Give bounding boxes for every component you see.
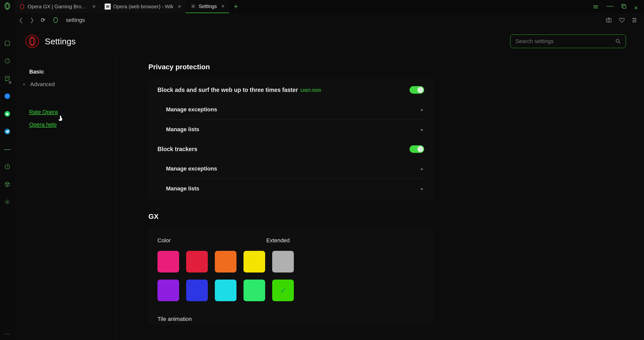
nav-basic[interactable]: Basic — [29, 65, 115, 78]
svg-point-9 — [192, 6, 194, 7]
twitch-icon[interactable]: 0 — [3, 75, 11, 83]
color-label: Color — [157, 237, 171, 244]
block-trackers-row: Block trackers — [148, 139, 433, 159]
svg-point-18 — [29, 37, 35, 46]
heart-icon[interactable] — [619, 17, 625, 23]
nav-advanced-label: Advanced — [30, 81, 55, 88]
tab-title: Settings — [199, 4, 217, 9]
gx-heading: GX — [148, 213, 644, 221]
nav-advanced[interactable]: ▾ Advanced — [29, 78, 115, 91]
tab-settings[interactable]: Settings × — [186, 0, 229, 13]
window-controls: — × — [587, 0, 644, 16]
chevron-down-icon: ▾ — [23, 82, 28, 86]
trackers-manage-lists[interactable]: Manage lists ▸ — [166, 179, 424, 198]
svg-point-1 — [6, 3, 9, 9]
chevron-right-icon: ▸ — [421, 107, 424, 112]
block-ads-row: Block ads and surf the web up to three t… — [148, 80, 433, 100]
page-header: Settings — [15, 27, 644, 55]
site-identity-icon[interactable] — [52, 16, 59, 24]
snapshot-icon[interactable] — [606, 17, 612, 23]
svg-point-20 — [616, 39, 619, 42]
svg-point-3 — [5, 93, 10, 99]
color-swatch[interactable] — [244, 251, 265, 273]
chevron-right-icon: ▸ — [421, 127, 424, 132]
search-settings-field[interactable] — [510, 35, 626, 48]
ads-manage-lists[interactable]: Manage lists ▸ — [166, 120, 424, 139]
opera-logo-icon — [26, 35, 39, 48]
svg-point-19 — [31, 38, 34, 45]
tabs-overview-icon[interactable] — [593, 4, 598, 12]
color-swatch-grid — [157, 251, 424, 301]
window-minimize-button[interactable]: — — [607, 4, 614, 12]
color-swatch[interactable] — [186, 280, 208, 301]
color-swatch[interactable] — [215, 251, 236, 273]
close-icon[interactable]: × — [221, 3, 225, 10]
color-swatch[interactable] — [244, 280, 265, 301]
easy-setup-icon[interactable] — [632, 17, 637, 23]
search-settings-input[interactable] — [515, 38, 616, 45]
window-close-button[interactable]: × — [634, 4, 638, 12]
gx-panel: Color Extended Tile animation — [148, 228, 433, 325]
svg-rect-13 — [606, 19, 611, 22]
opera-logo-icon[interactable] — [3, 2, 11, 10]
ads-manage-exceptions[interactable]: Manage exceptions ▸ — [166, 100, 424, 120]
opera-favicon-icon — [19, 4, 25, 10]
sidebar-more-icon[interactable]: … — [4, 329, 10, 336]
history-icon[interactable] — [3, 163, 11, 171]
tab-title: Opera (web browser) - Wik — [113, 4, 173, 10]
address-text[interactable]: settings — [66, 17, 599, 23]
cursor-pointer-icon — [58, 115, 63, 122]
svg-point-8 — [20, 4, 24, 9]
trackers-manage-exceptions[interactable]: Manage exceptions ▸ — [166, 159, 424, 179]
color-swatch[interactable] — [157, 251, 179, 273]
tile-animation-label: Tile animation — [148, 309, 433, 323]
color-swatch[interactable] — [215, 280, 236, 301]
block-ads-label: Block ads and surf the web up to three t… — [157, 87, 298, 93]
settings-page: Settings Basic ▾ Advanced Rate Opera Ope… — [15, 27, 644, 340]
reload-button[interactable]: ⟳ — [41, 17, 45, 23]
settings-nav-sidebar: Basic ▾ Advanced Rate Opera Opera help — [15, 55, 116, 340]
wikipedia-favicon-icon: W — [105, 4, 111, 10]
privacy-panel: Block ads and surf the web up to three t… — [148, 79, 433, 200]
minimize-line-icon[interactable]: — — [3, 145, 11, 153]
chevron-right-icon: ▸ — [421, 186, 424, 191]
svg-point-16 — [635, 20, 636, 21]
svg-point-7 — [7, 201, 8, 203]
tab-title: Opera GX | Gaming Browse — [28, 4, 88, 10]
forward-button[interactable]: ❯ — [30, 17, 34, 23]
speed-icon[interactable] — [3, 57, 11, 65]
color-swatch[interactable] — [186, 251, 208, 273]
back-button[interactable]: ❮ — [19, 17, 23, 23]
close-icon[interactable]: × — [92, 3, 96, 10]
color-swatch[interactable] — [272, 251, 294, 273]
block-trackers-label: Block trackers — [157, 146, 197, 153]
nav-opera-help[interactable]: Opera help — [29, 118, 115, 131]
discord-icon[interactable] — [3, 39, 11, 47]
svg-point-17 — [633, 21, 634, 22]
messenger-icon[interactable] — [3, 92, 11, 100]
svg-rect-11 — [623, 5, 626, 8]
color-swatch[interactable] — [157, 280, 179, 301]
cube-icon[interactable] — [3, 180, 11, 188]
color-swatch[interactable] — [272, 280, 294, 301]
settings-content: Privacy protection Block ads and surf th… — [116, 55, 644, 340]
settings-gear-icon[interactable] — [3, 198, 11, 206]
extended-link[interactable]: Extended — [266, 237, 290, 244]
new-tab-button[interactable]: + — [229, 2, 243, 11]
window-maximize-button[interactable] — [622, 4, 626, 12]
whatsapp-icon[interactable] — [3, 110, 11, 118]
tab-opera-gx[interactable]: Opera GX | Gaming Browse × — [15, 0, 100, 13]
telegram-icon[interactable] — [3, 127, 11, 135]
gear-favicon-icon — [190, 3, 196, 9]
icon-sidebar: 0 — … — [0, 0, 15, 340]
learn-more-link[interactable]: Learn more — [301, 88, 321, 92]
chevron-right-icon: ▸ — [421, 166, 424, 171]
nav-rate-opera[interactable]: Rate Opera — [29, 106, 115, 118]
privacy-heading: Privacy protection — [148, 63, 644, 71]
svg-point-0 — [5, 3, 10, 9]
tab-bar: Opera GX | Gaming Browse × W Opera (web … — [0, 0, 644, 13]
block-trackers-toggle[interactable] — [410, 145, 424, 153]
block-ads-toggle[interactable] — [410, 86, 424, 94]
tab-wikipedia[interactable]: W Opera (web browser) - Wik × — [100, 0, 186, 13]
close-icon[interactable]: × — [178, 3, 181, 10]
